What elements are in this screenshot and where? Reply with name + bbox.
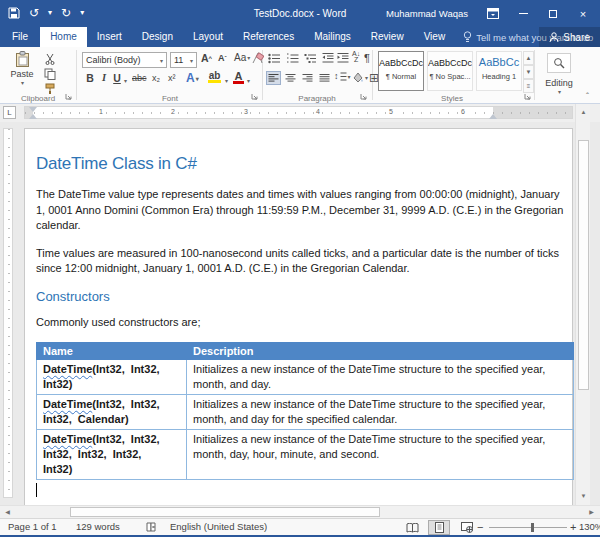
strikethrough-button[interactable]: abc xyxy=(132,73,147,83)
constructor-desc-cell[interactable]: Initializes a new instance of the DateTi… xyxy=(187,360,574,395)
grow-font-button[interactable]: A^ xyxy=(201,52,212,64)
horizontal-scrollbar[interactable]: ◀ ▶ xyxy=(0,505,600,518)
doc-heading-1[interactable]: DateTime Class in C# xyxy=(36,154,564,174)
styles-gallery-expand-icon[interactable]: ≡ xyxy=(523,79,534,93)
styles-scroll-down-icon[interactable]: ▼ xyxy=(523,65,534,79)
line-spacing-button[interactable]: ↕ ▾ xyxy=(334,71,351,81)
proofing-status-icon[interactable] xyxy=(146,522,158,533)
sort-icon[interactable]: A↓ Z xyxy=(352,51,360,63)
language-indicator[interactable]: English (United States) xyxy=(170,519,267,535)
zoom-out-button[interactable]: − xyxy=(477,519,483,535)
scroll-left-icon[interactable]: ◀ xyxy=(1,506,14,518)
tab-insert[interactable]: Insert xyxy=(87,27,132,47)
justify-button[interactable] xyxy=(317,71,332,85)
text-effects-button[interactable]: A▾ xyxy=(186,71,199,85)
font-dialog-launcher-icon[interactable] xyxy=(251,93,259,101)
doc-paragraph-3[interactable]: Commonly used constructors are; xyxy=(36,315,564,331)
constructor-name-cell[interactable]: DateTime(Int32, Int32, Int32, Int32, Int… xyxy=(37,430,187,480)
scroll-right-icon[interactable]: ▶ xyxy=(585,506,598,518)
change-case-button[interactable]: Aa▾ xyxy=(234,52,250,63)
constructor-desc-cell[interactable]: Initializes a new instance of the DateTi… xyxy=(187,395,574,430)
zoom-level[interactable]: 130% xyxy=(579,519,600,535)
hanging-indent-marker[interactable] xyxy=(29,114,37,119)
horizontal-scroll-thumb[interactable] xyxy=(70,507,380,517)
constructor-name-cell[interactable]: DateTime(Int32, Int32, Int32, Calendar) xyxy=(37,395,187,430)
word-count[interactable]: 129 words xyxy=(76,519,120,535)
font-name-select[interactable]: Calibri (Body) ▾ xyxy=(82,52,167,68)
tab-mailings[interactable]: Mailings xyxy=(304,27,361,47)
zoom-slider-thumb[interactable] xyxy=(531,523,534,532)
scroll-up-icon[interactable]: ▲ xyxy=(577,106,590,119)
web-layout-icon[interactable] xyxy=(456,520,478,535)
zoom-slider-track[interactable] xyxy=(489,527,567,528)
right-indent-marker[interactable] xyxy=(489,114,497,119)
document-page[interactable]: DateTime Class in C# The DateTime value … xyxy=(24,128,573,505)
tab-view[interactable]: View xyxy=(414,27,456,47)
clear-formatting-icon[interactable] xyxy=(251,52,264,64)
styles-dialog-launcher-icon[interactable] xyxy=(524,93,532,101)
show-hide-pilcrow-button[interactable]: ¶ xyxy=(364,52,370,64)
constructor-name-cell[interactable]: DateTime(Int32, Int32, Int32) xyxy=(37,360,187,395)
paste-dropdown-icon[interactable]: ▾ xyxy=(7,79,38,86)
paste-button[interactable]: Paste ▾ xyxy=(6,51,38,86)
italic-button[interactable]: I xyxy=(99,72,109,83)
editing-search-icon[interactable] xyxy=(547,53,571,73)
styles-scroll-up-icon[interactable]: ▲ xyxy=(523,51,534,65)
subscript-button[interactable]: x₂ xyxy=(152,73,160,83)
highlight-dropdown-icon[interactable]: ▾ xyxy=(225,77,228,84)
style-normal[interactable]: AaBbCcDc ¶ Normal xyxy=(378,51,424,91)
bold-button[interactable]: B xyxy=(84,72,96,84)
paragraph-dialog-launcher-icon[interactable] xyxy=(360,93,368,101)
decrease-indent-icon[interactable] xyxy=(322,53,334,63)
tab-file[interactable]: File xyxy=(0,27,40,47)
collapse-ribbon-icon[interactable]: ˆ xyxy=(586,91,589,101)
align-center-button[interactable] xyxy=(283,71,298,85)
text-highlight-button[interactable]: ab xyxy=(208,70,221,83)
doc-paragraph-1[interactable]: The DateTime value type represents dates… xyxy=(36,187,564,234)
horizontal-ruler[interactable]: 1 2 3 4 5 6 xyxy=(24,106,573,119)
tab-layout[interactable]: Layout xyxy=(183,27,233,47)
vertical-ruler[interactable] xyxy=(3,128,13,498)
share-button[interactable]: Share xyxy=(539,27,600,47)
read-mode-icon[interactable] xyxy=(401,520,423,535)
vertical-scroll-thumb[interactable] xyxy=(578,140,589,390)
minimize-button[interactable] xyxy=(510,2,536,25)
signed-in-user[interactable]: Muhammad Waqas xyxy=(386,8,468,19)
font-size-select[interactable]: 11 ▾ xyxy=(170,52,197,68)
ribbon-display-options-icon[interactable] xyxy=(480,2,506,25)
tab-references[interactable]: References xyxy=(233,27,304,47)
style-heading1[interactable]: AaBbCc Heading 1 xyxy=(476,51,522,91)
tab-home[interactable]: Home xyxy=(40,27,87,47)
numbered-list-icon[interactable] xyxy=(286,53,299,64)
editing-button[interactable]: Editing ▾ xyxy=(537,78,581,95)
shading-icon[interactable]: ▾ xyxy=(352,72,368,83)
constructor-desc-cell[interactable]: Initializes a new instance of the DateTi… xyxy=(187,430,574,480)
first-line-indent-marker[interactable] xyxy=(29,107,37,112)
doc-paragraph-2[interactable]: Time values are measured in 100-nanoseco… xyxy=(36,246,564,277)
tab-selector[interactable]: L xyxy=(3,106,16,119)
vertical-scrollbar[interactable]: ▲ ▼ xyxy=(575,104,590,505)
zoom-in-button[interactable]: + xyxy=(570,519,576,535)
style-no-spacing[interactable]: AaBbCcDc ¶ No Spac... xyxy=(427,51,473,91)
tab-design[interactable]: Design xyxy=(132,27,183,47)
print-layout-icon[interactable] xyxy=(428,520,450,535)
align-left-button[interactable] xyxy=(266,71,281,85)
doc-heading-2[interactable]: Constructors xyxy=(36,289,564,304)
superscript-button[interactable]: x² xyxy=(168,73,176,83)
scroll-down-icon[interactable]: ▼ xyxy=(577,490,590,503)
cut-icon[interactable] xyxy=(44,53,56,65)
maximize-button[interactable] xyxy=(540,2,566,25)
shrink-font-button[interactable]: Aˇ xyxy=(218,53,227,63)
copy-icon[interactable] xyxy=(44,68,56,80)
clipboard-dialog-launcher-icon[interactable] xyxy=(65,93,73,101)
increase-indent-icon[interactable] xyxy=(337,53,349,63)
tab-review[interactable]: Review xyxy=(361,27,414,47)
align-right-button[interactable] xyxy=(300,71,315,85)
page-indicator[interactable]: Page 1 of 1 xyxy=(8,519,57,535)
bullet-list-icon[interactable] xyxy=(268,53,281,64)
font-color-dropdown-icon[interactable]: ▾ xyxy=(247,77,250,84)
underline-button[interactable]: U xyxy=(112,72,122,84)
underline-dropdown-icon[interactable]: ▾ xyxy=(124,77,127,84)
font-color-button[interactable]: A xyxy=(233,70,244,84)
multilevel-list-icon[interactable] xyxy=(304,53,317,64)
